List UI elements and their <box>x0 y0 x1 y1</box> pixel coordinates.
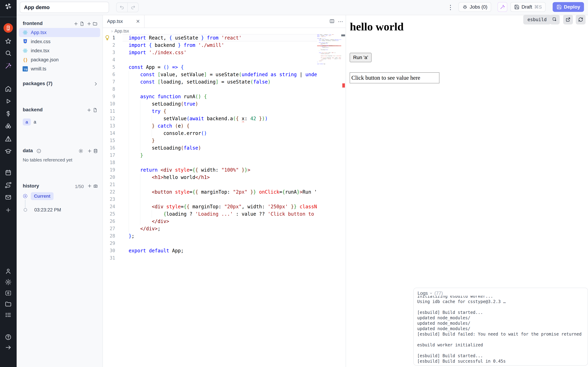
minimap[interactable]: import React, { useState } from 'react'i… <box>317 34 341 73</box>
add-table-button[interactable] <box>87 149 98 153</box>
add-backend-script-button[interactable] <box>87 108 97 113</box>
log-line: [esbuild] Build failed: You need to wait… <box>417 332 584 337</box>
app-name-input[interactable] <box>20 2 109 13</box>
code-line[interactable] <box>122 254 317 262</box>
code-line[interactable]: async function runA() { <box>122 93 317 100</box>
workspace-icon[interactable] <box>3 23 13 33</box>
packages-expand-button[interactable] <box>93 82 98 86</box>
flows-icon[interactable] <box>4 181 12 189</box>
schedules-icon[interactable] <box>4 169 12 176</box>
code-line[interactable]: } <box>122 151 317 159</box>
open-external-button[interactable] <box>563 15 573 25</box>
code-line[interactable]: </div>; <box>122 225 317 232</box>
search-icon[interactable] <box>4 49 12 57</box>
code-line[interactable] <box>122 196 317 203</box>
file-name: package.json <box>31 57 59 63</box>
folders-icon[interactable] <box>4 300 12 308</box>
logs-dropdown[interactable]: Logs <box>417 291 433 296</box>
code-line[interactable] <box>122 56 317 63</box>
code-line[interactable]: setLoading(false) <box>122 144 317 151</box>
code-line[interactable]: const [value, setValue] = useState(undef… <box>122 71 317 78</box>
code-line[interactable]: const [loading, setLoading] = useState(f… <box>122 78 317 85</box>
file-item-index.tsx[interactable]: index.tsx <box>19 46 100 55</box>
backend-script-a[interactable]: aa <box>19 117 100 126</box>
code-line[interactable]: <div style={{ marginTop: "20px", width: … <box>122 203 317 210</box>
code-line[interactable]: import { backend } from './wmill' <box>122 42 317 49</box>
worker-groups-icon[interactable] <box>4 289 12 297</box>
triangles-icon[interactable] <box>4 135 12 143</box>
code-line[interactable] <box>122 181 317 188</box>
add-folder-button[interactable] <box>87 21 97 26</box>
code-line[interactable]: console.error() <box>122 130 317 137</box>
log-body[interactable]: Initializing esbuild worker...Using idb … <box>414 296 588 365</box>
draft-button[interactable]: Draft ⌘S <box>510 2 546 12</box>
close-icon[interactable]: ✕ <box>136 18 140 24</box>
scrollbar-thumb[interactable] <box>341 34 345 36</box>
account-icon[interactable] <box>4 267 12 275</box>
plus-icon <box>87 108 92 113</box>
code-line[interactable]: return <div style={{ width: "100%" }}> <box>122 166 317 174</box>
ai-wand-icon[interactable] <box>4 62 12 70</box>
line-number: 23 <box>103 196 118 203</box>
panel-splitter[interactable] <box>346 15 346 367</box>
editor-more-icon[interactable]: ⋯ <box>338 18 343 25</box>
code-line[interactable]: import './index.css' <box>122 49 317 56</box>
code-line[interactable]: }; <box>122 232 317 240</box>
code-line[interactable]: try { <box>122 108 317 115</box>
help-icon[interactable] <box>4 333 12 341</box>
more-menu-icon[interactable]: ⋮ <box>447 3 454 12</box>
home-icon[interactable] <box>4 85 12 93</box>
select-element-button[interactable] <box>550 15 560 25</box>
deploy-button[interactable]: Deploy <box>553 2 584 12</box>
tab-app-tsx[interactable]: App.tsx ✕ <box>103 15 145 28</box>
code-line[interactable]: {loading ? 'Loading ...' : value ?? 'Cli… <box>122 210 317 217</box>
code-line[interactable]: } catch (e) { <box>122 122 317 130</box>
file-item-App.tsx[interactable]: App.tsx <box>19 28 100 37</box>
variables-icon[interactable] <box>4 110 12 118</box>
logs-header: Logs (77) <box>414 288 588 296</box>
file-item-wmill.ts[interactable]: TSwmill.ts <box>19 64 100 73</box>
code-line[interactable]: import React, { useState } from 'react' <box>122 34 317 42</box>
jobs-button[interactable]: Jobs (0) <box>458 2 491 12</box>
file-item-package.json[interactable]: { }package.json <box>19 55 100 64</box>
code-line[interactable] <box>122 159 317 166</box>
history-timestamp[interactable]: 03:23:22 PM <box>34 207 61 213</box>
learn-icon[interactable] <box>4 148 12 155</box>
resources-icon[interactable] <box>4 123 12 130</box>
code-line[interactable]: export default App; <box>122 247 317 254</box>
expand-icon[interactable] <box>4 344 12 351</box>
add-icon[interactable] <box>4 206 12 214</box>
file-icon <box>79 21 84 26</box>
code-line[interactable] <box>122 85 317 93</box>
code-line[interactable]: setValue(await backend.a({ x: 42 })) <box>122 115 317 122</box>
ai-wand-button[interactable] <box>498 2 507 12</box>
history-current-badge[interactable]: Current <box>31 192 53 200</box>
backend-list: aa <box>19 117 100 126</box>
file-item-index.css[interactable]: 3index.css <box>19 37 100 46</box>
add-file-button[interactable] <box>73 21 84 26</box>
log-line <box>417 304 584 310</box>
code-line[interactable]: <button style={{ marginTop: "2px" }} onC… <box>122 188 317 196</box>
code-line[interactable]: <h1>hello world</h1> <box>122 174 317 181</box>
breadcrumb[interactable]: › App.tsx <box>103 28 346 34</box>
data-settings-button[interactable] <box>78 149 83 153</box>
code-line[interactable]: const App = () => { <box>122 63 317 71</box>
windmill-logo-icon[interactable] <box>4 2 12 10</box>
split-editor-icon[interactable] <box>329 18 335 25</box>
redo-button[interactable] <box>127 3 138 12</box>
runs-icon[interactable] <box>4 97 12 105</box>
run-a-button[interactable]: Run 'a' <box>350 53 372 62</box>
undo-button[interactable] <box>117 3 127 12</box>
audit-logs-icon[interactable] <box>4 311 12 319</box>
code-line[interactable] <box>122 240 317 247</box>
refresh-button[interactable] <box>576 15 586 25</box>
css-file-icon: 3 <box>22 39 28 44</box>
favorites-icon[interactable] <box>4 37 12 45</box>
mail-icon[interactable] <box>4 193 12 201</box>
code-editor[interactable]: 1234567891011121314151617181920212223242… <box>103 34 346 367</box>
code-line[interactable]: } <box>122 137 317 144</box>
code-line[interactable]: setLoading(true) <box>122 100 317 108</box>
settings-icon[interactable] <box>4 278 12 286</box>
code-line[interactable]: </div> <box>122 217 317 225</box>
history-snapshot-button[interactable] <box>87 184 98 188</box>
